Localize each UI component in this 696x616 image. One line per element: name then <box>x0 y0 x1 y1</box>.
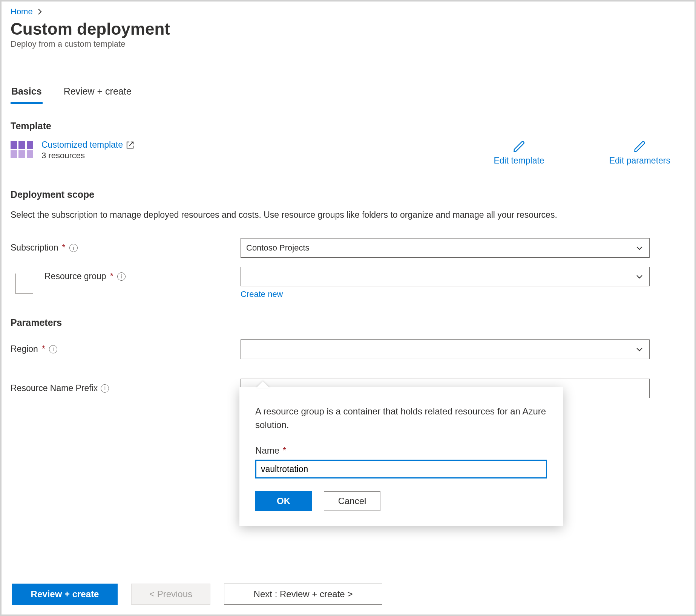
required-asterisk: * <box>62 243 66 253</box>
pencil-icon <box>512 140 526 153</box>
required-asterisk: * <box>110 271 113 281</box>
section-heading-scope: Deployment scope <box>11 189 685 200</box>
tree-elbow <box>15 274 33 294</box>
chevron-down-icon <box>635 345 644 354</box>
edit-template-button[interactable]: Edit template <box>494 140 544 166</box>
region-label: Region <box>11 344 38 354</box>
pencil-icon <box>633 140 647 153</box>
page-title: Custom deployment <box>11 20 685 38</box>
subscription-value: Contoso Projects <box>246 243 310 253</box>
review-create-button[interactable]: Review + create <box>12 584 118 605</box>
resource-group-name-input[interactable] <box>255 460 547 478</box>
open-external-icon <box>126 141 134 149</box>
create-new-link[interactable]: Create new <box>241 289 283 299</box>
chevron-right-icon <box>35 7 44 16</box>
resource-group-select[interactable] <box>241 267 650 286</box>
create-resource-group-popover: A resource group is a container that hol… <box>239 387 563 526</box>
chevron-down-icon <box>635 272 644 281</box>
region-select[interactable] <box>241 339 650 359</box>
popover-description: A resource group is a container that hol… <box>255 405 547 432</box>
next-button[interactable]: Next : Review + create > <box>224 584 382 605</box>
tabs: Basics Review + create <box>11 83 685 104</box>
info-icon[interactable]: i <box>49 345 57 353</box>
resource-group-label: Resource group <box>44 271 106 281</box>
info-icon[interactable]: i <box>69 244 78 252</box>
breadcrumb-home[interactable]: Home <box>11 7 33 17</box>
section-heading-parameters: Parameters <box>11 317 685 328</box>
previous-button: < Previous <box>131 584 210 605</box>
scope-description: Select the subscription to manage deploy… <box>11 208 629 222</box>
info-icon[interactable]: i <box>101 384 109 393</box>
edit-template-label: Edit template <box>494 156 544 166</box>
required-asterisk: * <box>42 344 45 354</box>
info-icon[interactable]: i <box>117 272 126 281</box>
page-subtitle: Deploy from a custom template <box>11 39 685 49</box>
ok-button[interactable]: OK <box>255 491 312 511</box>
tab-basics[interactable]: Basics <box>11 83 43 104</box>
wizard-footer: Review + create < Previous Next : Review… <box>3 575 693 613</box>
cancel-button[interactable]: Cancel <box>324 491 380 511</box>
popover-name-label: Name <box>255 445 279 456</box>
breadcrumb: Home <box>11 7 685 17</box>
customized-template-link[interactable]: Customized template <box>41 140 134 150</box>
edit-parameters-button[interactable]: Edit parameters <box>609 140 670 166</box>
edit-parameters-label: Edit parameters <box>609 156 670 166</box>
tab-review-create[interactable]: Review + create <box>63 83 132 104</box>
subscription-label: Subscription <box>11 243 58 253</box>
chevron-down-icon <box>635 243 644 252</box>
required-asterisk: * <box>283 445 286 456</box>
resource-name-prefix-label: Resource Name Prefix <box>11 383 98 393</box>
template-icon <box>11 141 33 158</box>
subscription-select[interactable]: Contoso Projects <box>241 238 650 258</box>
customized-template-label: Customized template <box>41 140 123 150</box>
section-heading-template: Template <box>11 121 685 131</box>
resource-count: 3 resources <box>41 151 134 160</box>
